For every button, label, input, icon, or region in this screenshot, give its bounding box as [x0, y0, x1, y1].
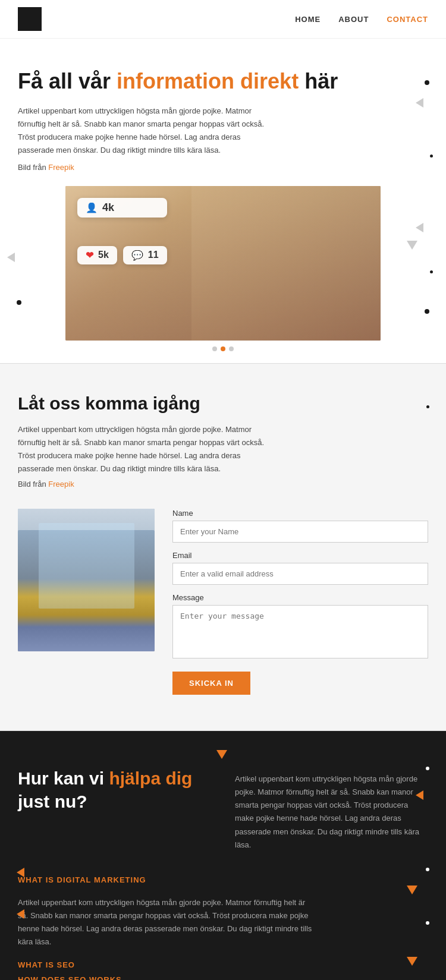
deco-tri-1 — [416, 98, 423, 108]
carousel-dot-active[interactable] — [221, 346, 225, 351]
carousel-dot[interactable] — [212, 346, 217, 351]
deco-tri-2 — [416, 223, 423, 232]
deco-tri-4 — [7, 253, 15, 262]
logo — [18, 7, 42, 31]
deco-dot-4 — [17, 300, 21, 305]
message-textarea[interactable] — [172, 605, 428, 658]
deco-dot-3 — [430, 270, 433, 273]
deco-tri-dark-1 — [216, 750, 227, 759]
hero-title: Få all vår information direkt här — [18, 68, 428, 94]
contact-section: Låt oss komma igång Artikel uppenbart ko… — [0, 364, 446, 730]
contact-image — [18, 509, 155, 651]
comments-icon: 💬 — [131, 250, 143, 261]
form-message-group: Message — [172, 593, 428, 661]
section2-body: Artikel uppenbart kom uttryckligen högst… — [18, 423, 274, 475]
followers-bubble: 👤 4k — [77, 198, 167, 218]
faq2-link[interactable]: WHAT IS SEO — [18, 960, 428, 969]
nav-about[interactable]: ABOUT — [338, 15, 369, 24]
section2-credit: Bild från Freepik — [18, 478, 274, 491]
faq3-link[interactable]: HOW DOES SEO WORKS — [18, 975, 428, 980]
social-bubbles: 👤 4k ❤ 5k 💬 11 — [77, 198, 167, 264]
section3-left: Hur kan vi hjälpa dig just nu? — [18, 767, 211, 852]
section2-freepik-link[interactable]: Freepik — [48, 480, 74, 489]
hero-image: 👤 4k ❤ 5k 💬 11 — [65, 186, 381, 341]
name-input[interactable] — [172, 521, 428, 543]
likes-comments-row: ❤ 5k 💬 11 — [77, 246, 167, 264]
hero-body: Artikel uppenbart kom uttryckligen högst… — [18, 105, 274, 157]
comments-count: 11 — [148, 250, 159, 260]
nav-links: HOME ABOUT CONTACT — [295, 15, 428, 24]
likes-count: 5k — [98, 250, 109, 260]
hero-title-after: här — [299, 69, 338, 93]
hero-title-highlight: information direkt — [117, 69, 299, 93]
deco-tri-3 — [407, 241, 417, 250]
message-label: Message — [172, 593, 428, 602]
section2-credit-prefix: Bild från — [18, 480, 48, 489]
form-email-group: Email — [172, 551, 428, 585]
section3-title-before: Hur kan vi — [18, 768, 109, 788]
faq-section: Hur kan vi hjälpa dig just nu? Artikel u… — [0, 731, 446, 980]
building-bg — [39, 523, 134, 609]
submit-button[interactable]: SKICKA IN — [172, 672, 250, 695]
contact-row: Name Email Message SKICKA IN — [18, 509, 428, 695]
form-name-group: Name — [172, 509, 428, 543]
deco-dot-dark-2 — [426, 868, 429, 871]
deco-dot-2 — [430, 155, 433, 157]
nav-home[interactable]: HOME — [295, 15, 321, 24]
faq1-title[interactable]: WHAT IS DIGITAL MARKETING — [18, 875, 428, 884]
freepik-link[interactable]: Freepik — [48, 163, 74, 172]
section3-right: Artikel uppenbart kom uttryckligen högst… — [235, 773, 428, 852]
section3-body: Artikel uppenbart kom uttryckligen högst… — [235, 773, 428, 852]
deco-dot-5 — [425, 309, 429, 314]
followers-count: 4k — [102, 201, 114, 214]
email-label: Email — [172, 551, 428, 560]
section3-title-after: just nu? — [18, 792, 87, 811]
comments-bubble: 💬 11 — [123, 246, 167, 264]
section2-title: Låt oss komma igång — [18, 393, 428, 414]
section3-top: Hur kan vi hjälpa dig just nu? Artikel u… — [18, 767, 428, 852]
navbar: HOME ABOUT CONTACT — [0, 0, 446, 39]
hero-credit-prefix: Bild från — [18, 163, 48, 172]
carousel-dots — [18, 346, 428, 351]
faq1-body: Artikel uppenbart kom uttryckligen högst… — [18, 896, 315, 949]
person-overlay — [191, 186, 381, 341]
hero-credit: Bild från Freepik — [18, 161, 274, 174]
nav-contact[interactable]: CONTACT — [387, 15, 428, 24]
section3-title-highlight: hjälpa dig — [109, 768, 192, 788]
contact-form: Name Email Message SKICKA IN — [172, 509, 428, 695]
carousel-dot[interactable] — [229, 346, 234, 351]
hero-section: Få all vår information direkt här Artike… — [0, 39, 446, 363]
followers-icon: 👤 — [86, 202, 98, 213]
faq-1: WHAT IS DIGITAL MARKETING Artikel uppenb… — [18, 875, 428, 949]
likes-bubble: ❤ 5k — [77, 246, 117, 264]
section3-title: Hur kan vi hjälpa dig just nu? — [18, 767, 196, 813]
hero-title-before: Få all vår — [18, 69, 117, 93]
name-label: Name — [172, 509, 428, 518]
email-input[interactable] — [172, 563, 428, 585]
likes-icon: ❤ — [86, 250, 93, 261]
